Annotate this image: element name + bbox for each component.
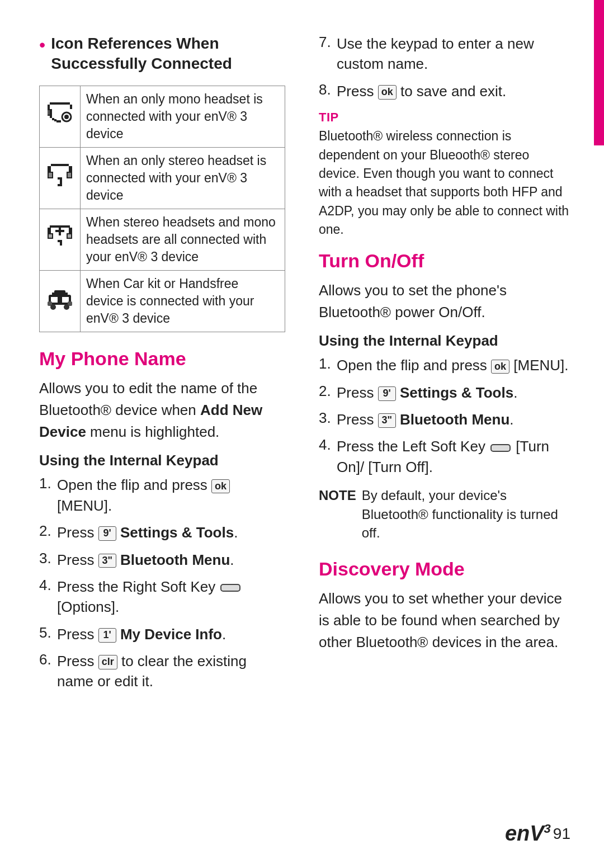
icon-cell-both — [40, 209, 81, 271]
svg-rect-2 — [70, 105, 72, 109]
step-num: 3. — [39, 550, 57, 567]
left-column: • Icon References When Successfully Conn… — [39, 34, 296, 834]
step-num: 6. — [39, 651, 57, 668]
svg-rect-26 — [49, 234, 52, 238]
note-label: NOTE — [319, 486, 356, 542]
accent-bar — [594, 0, 604, 145]
my-phone-name-body: Allows you to edit the name of the Bluet… — [39, 378, 285, 443]
turn-step-3: 3. Press 3" Bluetooth Menu. — [319, 409, 570, 430]
mono-headset-icon — [45, 100, 74, 129]
step-2-left: 2. Press 9' Settings & Tools. — [39, 522, 285, 542]
svg-rect-27 — [68, 234, 71, 238]
step-content: Press 3" Bluetooth Menu. — [57, 550, 234, 570]
step-num: 4. — [319, 436, 337, 454]
internal-keypad-heading-left: Using the Internal Keypad — [39, 452, 285, 469]
svg-rect-12 — [48, 166, 51, 172]
tip-text: Bluetooth® wireless connection is depend… — [319, 127, 570, 239]
step-num: 2. — [319, 383, 337, 400]
table-row: When Car kit or Handsfree device is conn… — [40, 271, 285, 332]
step-1-left: 1. Open the flip and press ok [MENU]. — [39, 475, 285, 516]
icon-references-section: • Icon References When Successfully Conn… — [39, 34, 285, 77]
step-content: Press clr to clear the existing name or … — [57, 651, 285, 692]
discovery-mode-body: Allows you to set whether your device is… — [319, 588, 570, 653]
step-content: Open the flip and press ok [MENU]. — [337, 355, 569, 375]
step-num: 2. — [39, 522, 57, 540]
ok-key-icon: ok — [211, 479, 230, 494]
right-column: 7. Use the keypad to enter a new custom … — [319, 34, 570, 834]
step-content: Press 9' Settings & Tools. — [57, 522, 238, 542]
step-content: Open the flip and press ok [MENU]. — [57, 475, 285, 516]
stereo-headset-icon — [45, 162, 74, 191]
step-3-left: 3. Press 3" Bluetooth Menu. — [39, 550, 285, 570]
note-text: By default, your device's Bluetooth® fun… — [362, 486, 570, 542]
step-num: 8. — [319, 81, 337, 98]
discovery-mode-heading: Discovery Mode — [319, 558, 570, 580]
svg-rect-7 — [56, 120, 61, 122]
svg-rect-5 — [52, 118, 54, 120]
my-phone-name-section: My Phone Name Allows you to edit the nam… — [39, 348, 285, 692]
svg-rect-8 — [48, 110, 50, 115]
3-key-icon: 3" — [98, 554, 116, 568]
table-row: When an only stereo headset is connected… — [40, 147, 285, 209]
brand-name: enV3 — [505, 822, 551, 846]
brand-superscript: 3 — [544, 822, 551, 836]
soft-key-icon-r — [490, 444, 511, 452]
turn-step-2: 2. Press 9' Settings & Tools. — [319, 383, 570, 403]
step-num: 3. — [319, 409, 337, 427]
svg-point-10 — [64, 115, 69, 119]
svg-rect-20 — [58, 184, 62, 186]
3-key-icon-r: 3" — [378, 413, 396, 428]
desc-cell-mono: When an only mono headset is connected w… — [81, 86, 285, 147]
turn-on-off-steps: 1. Open the flip and press ok [MENU]. 2.… — [319, 355, 570, 477]
icon-references-title: Icon References When Successfully Connec… — [51, 34, 232, 74]
svg-point-40 — [64, 304, 69, 310]
desc-cell-stereo: When an only stereo headset is connected… — [81, 147, 285, 209]
table-row: When stereo headsets and mono headsets a… — [40, 209, 285, 271]
svg-rect-22 — [48, 228, 51, 233]
clr-key-icon: clr — [98, 655, 117, 669]
turn-on-off-body: Allows you to set the phone's Bluetooth®… — [319, 280, 570, 323]
svg-point-39 — [50, 304, 56, 310]
turn-step-1: 1. Open the flip and press ok [MENU]. — [319, 355, 570, 375]
icon-table: When an only mono headset is connected w… — [39, 86, 285, 333]
step-content: Press 3" Bluetooth Menu. — [337, 409, 514, 430]
svg-rect-16 — [49, 173, 52, 177]
internal-keypad-heading-right: Using the Internal Keypad — [319, 332, 570, 350]
page-number: 91 — [553, 825, 570, 843]
step-num: 1. — [39, 475, 57, 492]
page-footer: enV3 91 — [505, 822, 570, 846]
note-block: NOTE By default, your device's Bluetooth… — [319, 486, 570, 542]
svg-rect-31 — [59, 227, 61, 235]
icon-cell-carkit — [40, 271, 81, 332]
table-row: When an only mono headset is connected w… — [40, 86, 285, 147]
svg-rect-17 — [68, 173, 71, 177]
ok-key-icon-r1: ok — [491, 360, 509, 374]
icon-cell-mono — [40, 86, 81, 147]
step-4-left: 4. Press the Right Soft Key [Options]. — [39, 577, 285, 617]
svg-rect-23 — [69, 228, 72, 233]
car-kit-icon — [45, 285, 74, 314]
9-key-icon-r: 9' — [378, 386, 396, 401]
svg-rect-28 — [58, 240, 62, 242]
desc-cell-both: When stereo headsets and mono headsets a… — [81, 209, 285, 271]
step-content: Press ok to save and exit. — [337, 81, 506, 101]
svg-rect-34 — [62, 297, 69, 303]
discovery-mode-section: Discovery Mode Allows you to set whether… — [319, 558, 570, 653]
svg-rect-18 — [58, 177, 62, 180]
step-content: Press 1' My Device Info. — [57, 624, 226, 644]
turn-on-off-section: Turn On/Off Allows you to set the phone'… — [319, 250, 570, 542]
step-5-left: 5. Press 1' My Device Info. — [39, 624, 285, 644]
step-num: 4. — [39, 577, 57, 594]
svg-rect-33 — [51, 297, 58, 303]
step-7: 7. Use the keypad to enter a new custom … — [319, 34, 570, 74]
turn-step-4: 4. Press the Left Soft Key [Turn On]/ [T… — [319, 436, 570, 477]
step-8: 8. Press ok to save and exit. — [319, 81, 570, 101]
left-steps-list: 1. Open the flip and press ok [MENU]. 2.… — [39, 475, 285, 692]
9-key-icon: 9' — [98, 526, 116, 541]
soft-key-icon — [220, 584, 240, 592]
1-key-icon: 1' — [98, 628, 116, 643]
svg-rect-13 — [69, 166, 72, 172]
step-content: Press 9' Settings & Tools. — [337, 383, 517, 403]
right-steps-continuation: 7. Use the keypad to enter a new custom … — [319, 34, 570, 101]
svg-rect-19 — [60, 180, 62, 184]
